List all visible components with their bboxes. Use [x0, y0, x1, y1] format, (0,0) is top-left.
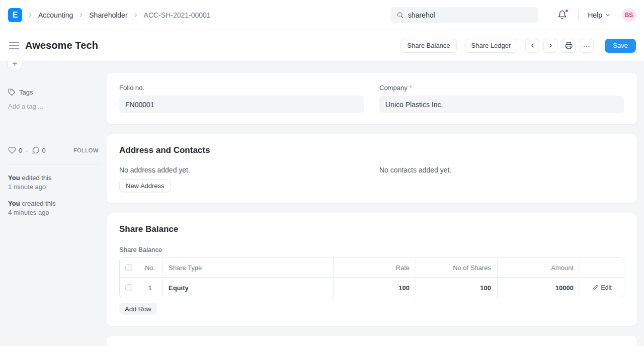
details-card: Folio no. Company*	[107, 73, 637, 124]
table-header-row: No. Share Type Rate No of Shares Amount	[120, 258, 624, 278]
comments-button[interactable]: 0	[32, 146, 46, 154]
share-type-cell[interactable]: Equity	[162, 278, 333, 298]
activity-who: You	[8, 200, 20, 207]
chevron-left-icon	[529, 42, 536, 49]
menu-ellipsis-button[interactable]: ...	[580, 39, 594, 53]
activity-entry: You edited this 1 minute ago	[8, 174, 99, 192]
chevron-right-icon	[78, 12, 84, 18]
top-navbar: E Accounting Shareholder ACC-SH-2021-000…	[0, 0, 644, 30]
company-label: Company*	[379, 84, 624, 92]
app-logo[interactable]: E	[8, 8, 22, 22]
help-label: Help	[588, 11, 602, 19]
sidebar-toggle-button[interactable]	[8, 40, 20, 52]
rate-cell[interactable]: 100	[333, 278, 416, 298]
column-header-amount: Amount	[497, 258, 580, 277]
table-row[interactable]: 1 Equity 100 100 10000 Edit	[120, 278, 624, 298]
folio-label: Folio no.	[119, 84, 364, 92]
column-header-rate: Rate	[333, 258, 416, 277]
prev-document-button[interactable]	[525, 39, 539, 53]
sidebar-divider	[8, 164, 99, 164]
add-attachment-button[interactable]: +	[7, 61, 23, 71]
plus-icon: +	[13, 61, 18, 69]
chevron-down-icon	[605, 12, 611, 18]
no-of-shares-cell[interactable]: 100	[416, 278, 497, 298]
contacts-column: No contacts added yet.	[379, 155, 624, 192]
company-field: Company*	[379, 84, 624, 113]
form-sidebar: + Tags Add a tag ... 0 · 0 FOLLOW You ed…	[0, 61, 107, 346]
printer-icon	[565, 42, 573, 49]
breadcrumb-item-accounting[interactable]: Accounting	[38, 11, 73, 19]
tags-label: Tags	[19, 89, 33, 96]
tag-icon	[8, 89, 16, 96]
navbar-right-cluster: Help BS	[555, 8, 636, 22]
row-number-cell: 1	[138, 278, 162, 298]
breadcrumb-item-shareholder[interactable]: Shareholder	[89, 11, 127, 19]
hamburger-icon	[9, 42, 19, 50]
activity-action: created this	[22, 200, 55, 207]
select-all-checkbox[interactable]	[125, 264, 132, 271]
print-button[interactable]	[561, 39, 576, 53]
edit-label: Edit	[601, 284, 612, 291]
activity-who: You	[8, 174, 20, 182]
edit-row-button[interactable]: Edit	[592, 284, 612, 291]
search-input[interactable]	[408, 11, 532, 19]
follow-button[interactable]: FOLLOW	[73, 147, 99, 153]
column-header-actions	[580, 258, 624, 277]
add-tag-input[interactable]: Add a tag ...	[8, 103, 99, 110]
global-search[interactable]	[390, 7, 538, 23]
activity-entry: You created this 4 minutes ago	[8, 199, 99, 217]
notifications-button[interactable]	[555, 8, 569, 22]
required-asterisk: *	[410, 84, 412, 92]
activity-time: 1 minute ago	[8, 183, 99, 192]
address-contacts-title: Address and Contacts	[119, 145, 624, 155]
navbar-divider	[578, 10, 579, 21]
address-contacts-card: Address and Contacts No address added ye…	[107, 134, 637, 203]
column-header-share-type: Share Type	[162, 258, 333, 277]
like-button[interactable]: 0	[8, 146, 22, 154]
pencil-icon	[592, 285, 598, 291]
new-address-button[interactable]: New Address	[119, 179, 171, 192]
column-header-no-of-shares: No of Shares	[416, 258, 497, 277]
no-contacts-text: No contacts added yet.	[379, 166, 624, 174]
avatar-initials: BS	[625, 12, 633, 19]
company-input[interactable]	[379, 96, 624, 113]
dot-separator: ·	[26, 147, 28, 154]
notification-dot	[565, 9, 569, 13]
chevron-right-icon	[27, 12, 33, 18]
add-row-button[interactable]: Add Row	[119, 303, 157, 315]
user-avatar[interactable]: BS	[622, 8, 636, 22]
breadcrumb: E Accounting Shareholder ACC-SH-2021-000…	[8, 8, 211, 22]
next-document-button[interactable]	[543, 39, 557, 53]
app-logo-letter: E	[13, 11, 18, 20]
share-balance-title: Share Balance	[119, 224, 624, 234]
folio-input[interactable]	[119, 96, 364, 113]
page-head: Awesome Tech Share Balance Share Ledger …	[0, 30, 644, 61]
likes-count: 0	[19, 147, 22, 154]
share-balance-card: Share Balance Share Balance No. Share Ty…	[107, 213, 637, 326]
social-row: 0 · 0 FOLLOW	[8, 146, 99, 154]
page-title: Awesome Tech	[25, 40, 98, 51]
no-address-text: No address added yet.	[119, 166, 364, 174]
comment-icon	[32, 146, 40, 154]
folio-field: Folio no.	[119, 84, 364, 113]
share-balance-button[interactable]: Share Balance	[400, 39, 456, 53]
activity-action: edited this	[22, 174, 51, 182]
amount-cell[interactable]: 10000	[497, 278, 580, 298]
search-icon	[396, 11, 404, 19]
chevron-right-icon	[133, 12, 139, 18]
form-main-column: Folio no. Company* Address and Contacts …	[107, 61, 637, 346]
share-ledger-button[interactable]: Share Ledger	[465, 39, 518, 53]
comments-count: 0	[42, 147, 46, 154]
tags-section: Tags	[8, 89, 99, 96]
share-balance-field-label: Share Balance	[119, 246, 624, 253]
next-section-card	[107, 336, 637, 346]
share-balance-table: No. Share Type Rate No of Shares Amount …	[119, 257, 624, 298]
row-checkbox[interactable]	[125, 284, 132, 291]
help-dropdown[interactable]: Help	[588, 11, 611, 19]
chevron-right-icon	[547, 42, 554, 49]
breadcrumb-item-current-doc: ACC-SH-2021-00001	[144, 11, 211, 19]
column-header-no: No.	[138, 258, 162, 277]
address-column: No address added yet. New Address	[119, 155, 364, 192]
save-button[interactable]: Save	[605, 39, 636, 53]
heart-icon	[8, 146, 16, 154]
